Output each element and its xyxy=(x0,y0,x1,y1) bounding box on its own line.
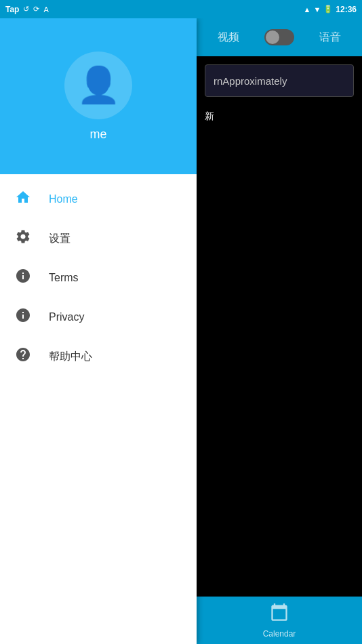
main-layout: 👤 me Home 设置 xyxy=(0,18,362,644)
sidebar-item-label-privacy: Privacy xyxy=(49,311,84,323)
sidebar-item-help[interactable]: 帮助中心 xyxy=(0,337,197,376)
content-black-area xyxy=(197,128,362,644)
sidebar-item-label-settings: 设置 xyxy=(49,232,71,246)
sidebar-item-label-terms: Terms xyxy=(49,272,79,284)
navigation-drawer: 👤 me Home 设置 xyxy=(0,18,197,644)
signal-icon: ▼ xyxy=(313,5,321,14)
sync-icon: ⟳ xyxy=(33,5,39,14)
tab-video[interactable]: 视频 xyxy=(218,31,239,45)
top-tab-bar: 视频 语音 xyxy=(197,18,362,56)
sidebar-item-terms[interactable]: Terms xyxy=(0,258,197,298)
sidebar-item-settings[interactable]: 设置 xyxy=(0,219,197,258)
sidebar-item-home[interactable]: Home xyxy=(0,180,197,219)
search-bar[interactable]: rnApproximately xyxy=(205,64,354,97)
battery-icon: 🔋 xyxy=(323,5,333,14)
content-area: 视频 语音 rnApproximately 新 Calendar xyxy=(197,18,362,644)
info-icon-privacy xyxy=(14,307,33,327)
refresh-icon: ↺ xyxy=(23,5,29,14)
calendar-icon xyxy=(270,603,289,626)
drawer-header: 👤 me xyxy=(0,18,197,174)
tab-audio[interactable]: 语音 xyxy=(319,31,341,45)
bottom-tab-bar: Calendar xyxy=(197,597,362,644)
calendar-tab-label[interactable]: Calendar xyxy=(263,629,296,639)
search-text: rnApproximately xyxy=(214,75,287,87)
refresh-label: 新 xyxy=(197,105,362,128)
video-audio-toggle[interactable] xyxy=(264,29,294,45)
user-name: me xyxy=(89,127,106,142)
home-icon xyxy=(14,189,33,209)
status-bar-left: Tap ↺ ⟳ A xyxy=(5,5,49,14)
person-icon: 👤 xyxy=(77,64,121,106)
avatar[interactable]: 👤 xyxy=(64,52,132,119)
status-bar: Tap ↺ ⟳ A ▲ ▼ 🔋 12:36 xyxy=(0,0,362,18)
sidebar-item-label-help: 帮助中心 xyxy=(49,350,92,364)
app-name: Tap xyxy=(5,5,19,14)
sidebar-item-privacy[interactable]: Privacy xyxy=(0,298,197,337)
adb-icon: A xyxy=(43,5,48,14)
wifi-icon: ▲ xyxy=(304,5,311,14)
status-bar-right: ▲ ▼ 🔋 12:36 xyxy=(304,5,357,14)
drawer-menu: Home 设置 Terms xyxy=(0,174,197,644)
sidebar-item-label-home: Home xyxy=(49,193,78,205)
toggle-knob xyxy=(266,31,279,44)
help-icon xyxy=(14,346,33,367)
info-icon-terms xyxy=(14,268,33,288)
settings-icon xyxy=(14,228,33,249)
clock: 12:36 xyxy=(336,5,357,14)
